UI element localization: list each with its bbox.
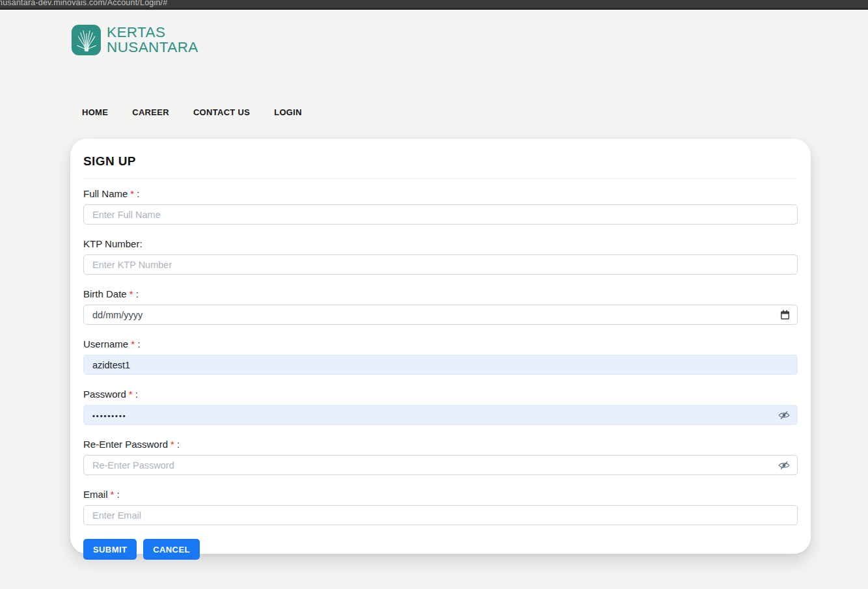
page-title: SIGN UP [83, 154, 798, 169]
field-full-name: Full Name* : [83, 188, 798, 225]
nav-item-contact-us[interactable]: CONTACT US [193, 107, 250, 117]
reenter-password-input[interactable] [83, 455, 798, 475]
ktp-number-label: KTP Number: [83, 238, 798, 249]
submit-button[interactable]: SUBMIT [83, 539, 137, 560]
calendar-icon[interactable] [780, 310, 790, 320]
field-password: Password* : [83, 389, 798, 425]
email-label: Email* : [83, 489, 798, 500]
main-nav: HOME CAREER CONTACT US LOGIN [82, 107, 868, 117]
status-url-text: nusantara-dev.minovais.com/Account/Login… [0, 0, 868, 8]
eye-slash-icon[interactable] [778, 460, 790, 470]
eye-slash-icon[interactable] [778, 410, 790, 420]
nav-item-career[interactable]: CAREER [132, 107, 169, 117]
title-divider [83, 178, 798, 179]
field-username: Username* : [83, 338, 798, 375]
form-actions: SUBMIT CANCEL [83, 539, 798, 560]
field-email: Email* : [83, 489, 798, 525]
password-label: Password* : [83, 389, 798, 400]
reenter-password-label: Re-Enter Password* : [83, 439, 798, 450]
browser-status-bar: nusantara-dev.minovais.com/Account/Login… [0, 0, 868, 10]
full-name-label: Full Name* : [83, 188, 798, 199]
brand-name: KERTAS NUSANTARA [107, 25, 198, 55]
username-input[interactable] [83, 355, 798, 375]
field-birth-date: Birth Date* : [83, 288, 798, 325]
field-ktp-number: KTP Number: [83, 238, 798, 275]
ktp-number-input[interactable] [83, 254, 798, 275]
field-reenter-password: Re-Enter Password* : [83, 439, 798, 475]
brand-name-line1: KERTAS [107, 25, 198, 40]
signup-card: SIGN UP Full Name* : KTP Number: Birth D… [70, 139, 811, 554]
cancel-button[interactable]: CANCEL [143, 539, 200, 560]
email-input[interactable] [83, 505, 798, 525]
nav-item-home[interactable]: HOME [82, 107, 108, 117]
password-input[interactable] [83, 405, 798, 425]
full-name-input[interactable] [83, 204, 798, 225]
nav-item-login[interactable]: LOGIN [274, 107, 302, 117]
birth-date-label: Birth Date* : [83, 288, 798, 299]
brand-name-line2: NUSANTARA [107, 40, 198, 55]
brand-logo[interactable]: KERTAS NUSANTARA [72, 25, 868, 55]
tree-icon [72, 25, 101, 55]
username-label: Username* : [83, 338, 798, 349]
birth-date-input[interactable] [83, 305, 798, 325]
